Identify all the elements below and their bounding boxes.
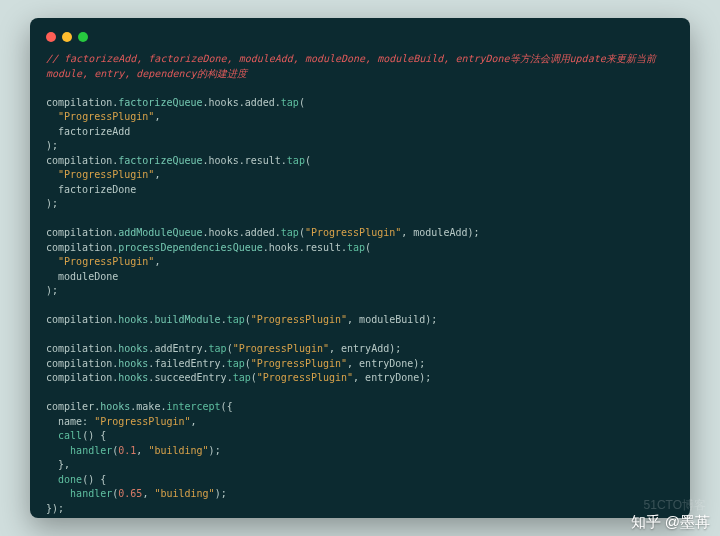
window-traffic-lights: [46, 32, 674, 42]
code-comment: // factorizeAdd, factorizeDone, moduleAd…: [46, 53, 656, 64]
code-comment: module, entry, dependency的构建进度: [46, 68, 247, 79]
maximize-icon[interactable]: [78, 32, 88, 42]
code-block: // factorizeAdd, factorizeDone, moduleAd…: [46, 52, 674, 516]
watermark-secondary: 51CTO博客: [644, 497, 706, 514]
minimize-icon[interactable]: [62, 32, 72, 42]
close-icon[interactable]: [46, 32, 56, 42]
code-window: // factorizeAdd, factorizeDone, moduleAd…: [30, 18, 690, 518]
watermark-text: 知乎 @墨苒: [631, 513, 710, 532]
